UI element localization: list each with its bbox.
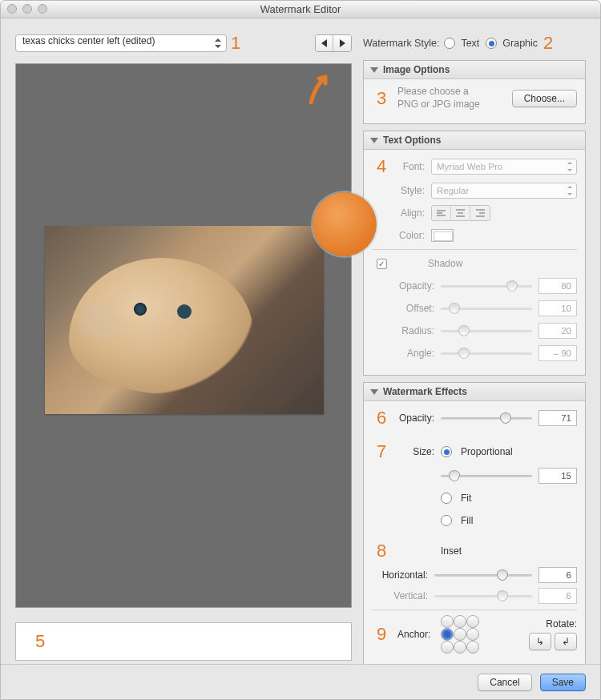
rotate-label: Rotate:: [529, 618, 577, 630]
align-label: Align:: [397, 207, 425, 219]
annotation-5: 5: [35, 631, 45, 652]
prev-image-button[interactable]: [316, 35, 333, 51]
watermark-effects-title: Watermark Effects: [383, 386, 467, 397]
shadow-offset-label: Offset:: [397, 303, 434, 314]
titlebar: Watermark Editor: [1, 1, 600, 18]
style-graphic-radio[interactable]: [486, 38, 497, 49]
disclosure-triangle-icon: [370, 138, 378, 143]
watermark-style-label: Watermark Style:: [363, 38, 439, 49]
horizontal-slider[interactable]: [434, 569, 532, 581]
text-options-header[interactable]: Text Options: [364, 131, 585, 150]
zoom-icon[interactable]: [38, 4, 47, 14]
shadow-radius-slider: [441, 324, 532, 337]
shadow-offset-slider: [441, 302, 532, 315]
watermark-overlay-1: [313, 192, 377, 256]
vertical-value: 6: [538, 588, 577, 604]
preview-image: [45, 226, 324, 414]
anchor-tl[interactable]: [441, 615, 454, 628]
choose-image-button[interactable]: Choose...: [512, 90, 577, 107]
style-text-radio[interactable]: [444, 38, 455, 49]
preview-nav: [315, 34, 352, 52]
annotation-1: 1: [231, 33, 240, 54]
align-right-button: [470, 206, 490, 220]
anchor-bl[interactable]: [441, 641, 454, 654]
preview-area: [15, 63, 352, 608]
anchor-mc[interactable]: [454, 628, 466, 641]
chevron-left-icon: [321, 39, 327, 47]
next-image-button[interactable]: [333, 35, 351, 51]
anchor-label: Anchor:: [397, 629, 434, 640]
opacity-label: Opacity:: [397, 412, 434, 424]
shadow-angle-slider: [441, 347, 532, 360]
anchor-grid[interactable]: [441, 615, 479, 654]
shadow-label: Shadow: [428, 258, 462, 269]
annotation-7: 7: [377, 441, 386, 461]
watermark-text-input[interactable]: 5: [15, 622, 352, 661]
horizontal-value[interactable]: 6: [538, 567, 577, 583]
watermark-effects-header[interactable]: Watermark Effects: [364, 383, 585, 401]
style-graphic-label: Graphic: [502, 38, 538, 49]
image-options-header[interactable]: Image Options: [364, 61, 585, 79]
shadow-opacity-value: 80: [538, 278, 577, 294]
shadow-checkbox: [377, 259, 387, 269]
size-fill-radio[interactable]: [441, 515, 452, 526]
align-center-button: [451, 206, 470, 220]
image-options-title: Image Options: [383, 64, 450, 75]
anchor-mr[interactable]: [466, 628, 479, 641]
color-label: Color:: [397, 230, 425, 241]
proportional-label: Proportional: [461, 446, 513, 457]
rotate-cw-button[interactable]: ↳: [529, 633, 551, 650]
size-label: Size:: [397, 446, 434, 457]
anchor-br[interactable]: [466, 641, 479, 654]
anchor-tc[interactable]: [454, 615, 466, 628]
window-title: Watermark Editor: [1, 1, 600, 18]
annotation-3: 3: [377, 88, 386, 108]
opacity-slider[interactable]: [441, 412, 532, 424]
watermark-effects-panel: Watermark Effects 6 Opacity: 71 7 Size:: [363, 382, 586, 667]
traffic-lights: [7, 4, 47, 14]
vertical-label: Vertical:: [372, 590, 428, 601]
arrow-annotation-icon: [308, 70, 332, 104]
fill-label: Fill: [461, 515, 473, 526]
text-options-panel: Text Options 4 Font: Myriad Web Pro Styl…: [363, 131, 586, 376]
size-fit-radio[interactable]: [441, 493, 452, 504]
shadow-radius-value: 20: [538, 323, 577, 339]
shadow-angle-value: – 90: [538, 345, 577, 361]
shadow-opacity-label: Opacity:: [397, 280, 434, 292]
size-value[interactable]: 15: [538, 468, 577, 484]
annotation-2: 2: [543, 33, 553, 54]
dialog-footer: Cancel Save: [1, 664, 600, 699]
style-text-label: Text: [461, 38, 479, 49]
minimize-icon[interactable]: [22, 4, 32, 14]
font-select: Myriad Web Pro: [431, 159, 577, 175]
annotation-8: 8: [377, 541, 386, 561]
font-style-select: Regular: [431, 183, 577, 199]
align-buttons: [431, 205, 490, 221]
opacity-value[interactable]: 71: [538, 410, 577, 426]
style-label: Style:: [397, 185, 425, 196]
text-options-title: Text Options: [383, 135, 441, 146]
anchor-tr[interactable]: [466, 615, 479, 628]
save-button[interactable]: Save: [540, 674, 586, 691]
cancel-button[interactable]: Cancel: [478, 674, 531, 691]
anchor-ml[interactable]: [441, 628, 454, 641]
align-left-button: [432, 206, 451, 220]
disclosure-triangle-icon: [370, 67, 378, 73]
fit-label: Fit: [461, 493, 471, 504]
preset-select[interactable]: texas chicks center left (edited): [15, 34, 227, 52]
close-icon[interactable]: [7, 4, 17, 14]
watermark-editor-window: Watermark Editor texas chicks center lef…: [0, 0, 601, 700]
chevron-right-icon: [340, 39, 345, 47]
rotate-ccw-button[interactable]: ↲: [555, 633, 577, 650]
color-well: [431, 229, 454, 242]
size-proportional-radio[interactable]: [441, 446, 452, 457]
horizontal-label: Horizontal:: [372, 569, 428, 581]
anchor-bc[interactable]: [454, 641, 466, 654]
size-slider[interactable]: [441, 469, 532, 482]
annotation-9: 9: [377, 624, 386, 644]
shadow-radius-label: Radius:: [397, 325, 434, 336]
annotation-4: 4: [377, 156, 386, 176]
disclosure-triangle-icon: [370, 389, 378, 395]
annotation-6: 6: [377, 408, 386, 428]
shadow-offset-value: 10: [538, 300, 577, 316]
